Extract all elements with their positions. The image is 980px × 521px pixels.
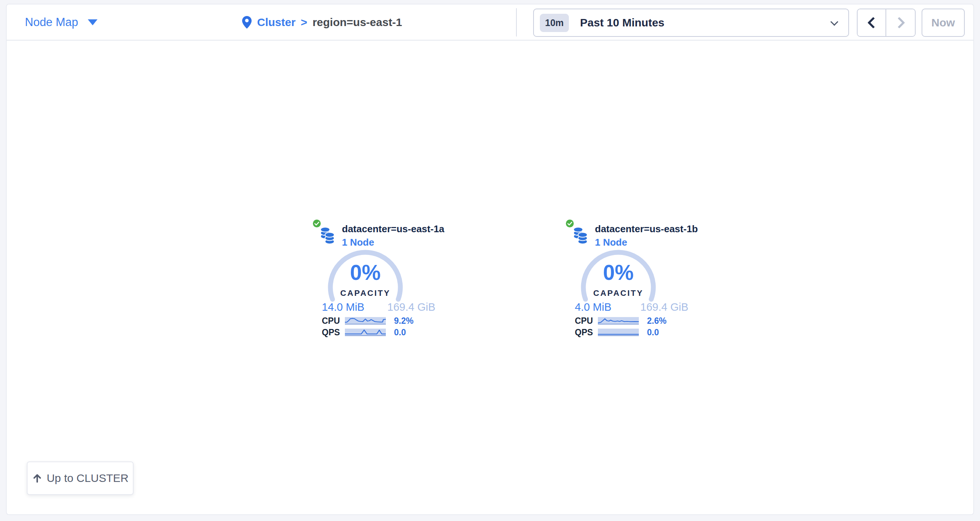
time-nav-buttons: [857, 8, 916, 37]
cpu-label: CPU: [322, 316, 339, 326]
qps-metric-row: QPS 0.0: [322, 328, 438, 337]
qps-label: QPS: [575, 328, 592, 338]
qps-sparkline: [598, 328, 639, 336]
capacity-total-value: 169.4 GiB: [387, 301, 435, 313]
chevron-down-icon: [830, 18, 838, 25]
capacity-values: 4.0 MiB 169.4 GiB: [575, 301, 688, 313]
time-next-button[interactable]: [886, 9, 915, 36]
chevron-left-icon: [867, 17, 879, 28]
qps-metric-row: QPS 0.0: [575, 328, 691, 337]
qps-value: 0.0: [647, 328, 659, 338]
time-range-label: Past 10 Minutes: [580, 16, 665, 29]
cpu-value: 9.2%: [394, 316, 414, 326]
breadcrumb-current: region=us-east-1: [313, 16, 402, 29]
cpu-metric-row: CPU 9.2%: [322, 316, 438, 326]
locality-card-us-east-1b[interactable]: datacenter=us-east-1b 1 Node 0% CAPACITY…: [563, 218, 691, 343]
qps-sparkline: [345, 328, 386, 336]
capacity-label: CAPACITY: [328, 288, 402, 298]
capacity-used-value: 14.0 MiB: [322, 301, 364, 313]
chevron-right-icon: [893, 17, 905, 28]
cpu-value: 2.6%: [647, 316, 667, 326]
up-to-cluster-label: Up to CLUSTER: [46, 472, 128, 484]
qps-label: QPS: [322, 328, 339, 338]
view-mode-label: Node Map: [25, 16, 78, 29]
now-button[interactable]: Now: [921, 8, 965, 37]
breadcrumb: Cluster > region=us-east-1: [242, 5, 402, 40]
breadcrumb-cluster-link[interactable]: Cluster: [257, 16, 296, 29]
location-pin-icon: [242, 16, 252, 29]
capacity-used-value: 4.0 MiB: [575, 301, 611, 313]
locality-card-us-east-1a[interactable]: datacenter=us-east-1a 1 Node 0% CAPACITY…: [310, 218, 438, 343]
qps-value: 0.0: [394, 328, 406, 338]
cpu-sparkline: [345, 317, 386, 325]
cpu-label: CPU: [575, 316, 592, 326]
time-prev-button[interactable]: [858, 9, 886, 36]
main-panel: Node Map Cluster > region=us-east-1 10m …: [6, 4, 974, 515]
header-divider: [516, 8, 517, 37]
up-to-cluster-button[interactable]: Up to CLUSTER: [27, 462, 134, 495]
cpu-metric-row: CPU 2.6%: [575, 316, 691, 326]
time-range-dropdown[interactable]: 10m Past 10 Minutes: [533, 8, 849, 37]
view-mode-selector[interactable]: Node Map: [25, 5, 97, 40]
capacity-percent: 0%: [328, 260, 402, 285]
time-range-badge: 10m: [540, 14, 569, 32]
cpu-sparkline: [598, 317, 639, 325]
capacity-percent: 0%: [581, 260, 655, 285]
breadcrumb-separator: >: [301, 16, 307, 29]
top-bar: Node Map Cluster > region=us-east-1 10m …: [7, 5, 973, 41]
capacity-label: CAPACITY: [581, 288, 655, 298]
capacity-total-value: 169.4 GiB: [640, 301, 688, 313]
capacity-values: 14.0 MiB 169.4 GiB: [322, 301, 435, 313]
up-arrow-icon: [32, 473, 43, 484]
caret-down-icon: [88, 19, 97, 25]
